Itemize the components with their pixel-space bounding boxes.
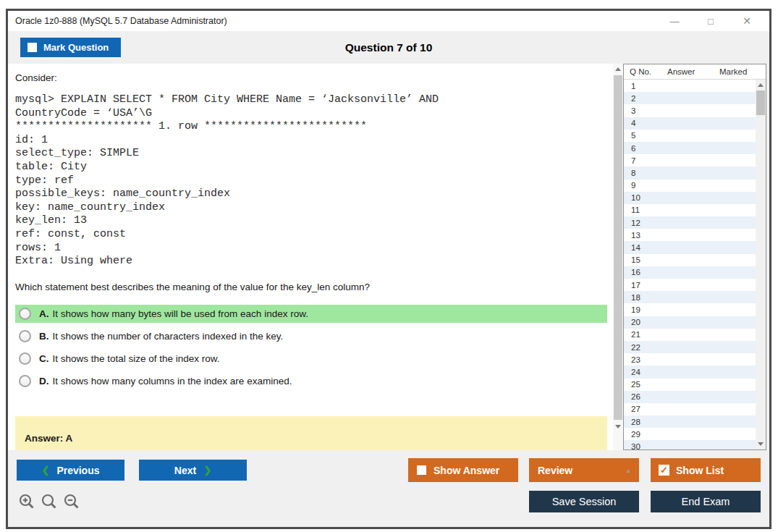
main-scrollbar[interactable] (613, 64, 623, 450)
question-list-row[interactable]: 6 (624, 142, 756, 154)
option-a[interactable]: A.It shows how many bytes will be used f… (15, 305, 607, 323)
question-list-row[interactable]: 17 (624, 279, 756, 291)
answer-label: Answer: A (25, 433, 72, 444)
content-area: Consider: mysql> EXPLAIN SELECT * FROM C… (8, 64, 769, 450)
option-c[interactable]: C.It shows the total size of the index r… (15, 350, 607, 368)
save-session-button[interactable]: Save Session (529, 491, 639, 512)
question-list-rows: 1234567891011121314151617181920212223242… (624, 80, 756, 449)
next-label: Next (174, 465, 196, 476)
show-answer-button[interactable]: Show Answer (408, 458, 518, 482)
question-list-row[interactable]: 18 (624, 291, 756, 303)
next-button[interactable]: Next ❯ (139, 460, 247, 481)
footer-bar: ❮ Previous Next ❯ Show Answer Review ▲ ✓… (8, 450, 769, 527)
radio-button-icon[interactable] (19, 330, 31, 342)
exam-window: Oracle 1z0-888 (MySQL 5.7 Database Admin… (6, 9, 771, 529)
question-list-row[interactable]: 27 (624, 403, 756, 415)
option-b[interactable]: B.It shows the number of characters inde… (15, 327, 607, 345)
scroll-up-icon[interactable] (613, 64, 623, 75)
question-list-row[interactable]: 22 (624, 341, 756, 353)
zoom-in-icon[interactable] (19, 494, 35, 510)
header-strip: Mark Question Question 7 of 10 (8, 31, 769, 64)
show-list-checkbox[interactable]: ✓ (659, 465, 669, 476)
chevron-right-icon: ❯ (203, 465, 211, 476)
show-answer-checkbox[interactable] (417, 465, 426, 475)
question-list-row[interactable]: 11 (624, 204, 756, 216)
question-list-row[interactable]: 8 (624, 166, 756, 179)
question-panel: Consider: mysql> EXPLAIN SELECT * FROM C… (8, 64, 623, 450)
zoom-toolbar (19, 494, 80, 510)
question-list-row[interactable]: 21 (624, 329, 756, 341)
answer-box: Answer: A (15, 416, 607, 450)
question-list-row[interactable]: 14 (624, 241, 756, 253)
question-list-row[interactable]: 7 (624, 154, 756, 166)
option-letter: D. (39, 376, 49, 387)
end-exam-button[interactable]: End Exam (651, 491, 761, 512)
chevron-up-icon: ▲ (625, 467, 632, 474)
option-text: It shows the number of characters indexe… (53, 331, 284, 342)
minimize-icon[interactable]: — (656, 16, 693, 27)
question-list-row[interactable]: 9 (624, 180, 756, 192)
question-prompt: Which statement best describes the meani… (15, 282, 601, 292)
option-letter: B. (39, 331, 49, 342)
zoom-reset-icon[interactable] (41, 494, 57, 510)
radio-button-icon[interactable] (19, 308, 31, 320)
radio-button-icon[interactable] (19, 375, 31, 387)
question-list-row[interactable]: 23 (624, 353, 756, 366)
maximize-icon[interactable]: □ (693, 16, 729, 27)
option-text: It shows how many columns in the index a… (53, 376, 292, 387)
sidebar-scroll-up-icon[interactable] (756, 80, 766, 90)
sidebar-scroll-down-icon[interactable] (756, 439, 766, 449)
review-label: Review (538, 465, 572, 476)
question-list-row[interactable]: 26 (624, 391, 756, 403)
question-list-row[interactable]: 29 (624, 428, 756, 440)
previous-button[interactable]: ❮ Previous (17, 460, 124, 481)
option-letter: A. (39, 308, 49, 319)
question-list-row[interactable]: 13 (624, 229, 756, 241)
window-title: Oracle 1z0-888 (MySQL 5.7 Database Admin… (8, 16, 227, 26)
question-intro: Consider: (15, 72, 601, 83)
question-list-row[interactable]: 15 (624, 254, 756, 266)
question-list-row[interactable]: 24 (624, 366, 756, 378)
question-list-row[interactable]: 5 (624, 130, 756, 142)
question-list-row[interactable]: 20 (624, 316, 756, 329)
question-list-row[interactable]: 19 (624, 303, 756, 316)
radio-button-icon[interactable] (19, 352, 31, 365)
sidebar-scrollbar-thumb[interactable] (756, 90, 765, 115)
show-answer-label: Show Answer (434, 465, 499, 476)
code-block: mysql> EXPLAIN SELECT * FROM City WHERE … (15, 93, 601, 269)
question-list-panel: Q No. Answer Marked 12345678910111213141… (623, 64, 766, 450)
main-scrollbar-thumb[interactable] (614, 75, 622, 420)
previous-label: Previous (56, 465, 99, 476)
question-list-header: Q No. Answer Marked (624, 64, 766, 80)
save-session-label: Save Session (552, 496, 617, 507)
sidebar-scrollbar[interactable] (756, 80, 766, 449)
close-icon[interactable]: ✕ (729, 15, 765, 27)
option-text: It shows how many bytes will be used fro… (53, 308, 308, 319)
option-d[interactable]: D.It shows how many columns in the index… (15, 372, 607, 390)
review-dropdown[interactable]: Review ▲ (529, 458, 639, 482)
option-text: It shows the total size of the index row… (53, 353, 220, 364)
question-list-row[interactable]: 1 (624, 80, 756, 92)
show-list-label: Show List (676, 465, 724, 476)
scroll-down-icon[interactable] (613, 421, 623, 432)
question-list-row[interactable]: 30 (624, 440, 756, 449)
question-list-row[interactable]: 4 (624, 117, 756, 130)
column-answer: Answer (667, 67, 719, 76)
question-list-row[interactable]: 28 (624, 415, 756, 428)
question-list-row[interactable]: 3 (624, 104, 756, 117)
options-list: A.It shows how many bytes will be used f… (15, 305, 601, 390)
option-letter: C. (39, 353, 49, 364)
question-list-body: 1234567891011121314151617181920212223242… (624, 80, 766, 449)
question-list-row[interactable]: 12 (624, 216, 756, 229)
question-list-row[interactable]: 25 (624, 379, 756, 391)
window-controls: — □ ✕ (656, 11, 765, 31)
title-bar: Oracle 1z0-888 (MySQL 5.7 Database Admin… (8, 11, 769, 31)
question-list-row[interactable]: 10 (624, 192, 756, 204)
question-list-row[interactable]: 2 (624, 92, 756, 104)
show-list-button[interactable]: ✓ Show List (651, 458, 761, 482)
end-exam-label: End Exam (682, 496, 730, 507)
chevron-left-icon: ❮ (41, 465, 49, 476)
question-list-row[interactable]: 16 (624, 266, 756, 279)
column-marked: Marked (719, 67, 756, 76)
zoom-out-icon[interactable] (64, 494, 80, 510)
